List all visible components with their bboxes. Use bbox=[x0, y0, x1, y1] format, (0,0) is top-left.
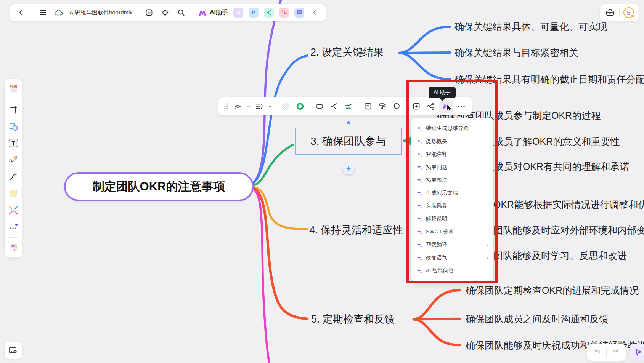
ai-assistant-entry[interactable]: AI助手 bbox=[198, 8, 228, 17]
sparkle-icon bbox=[417, 242, 422, 248]
ai-assistant-button[interactable] bbox=[439, 99, 453, 113]
undo-button[interactable] bbox=[591, 346, 604, 359]
tag-button[interactable] bbox=[160, 7, 170, 18]
flowchart-icon bbox=[281, 10, 287, 16]
root-topic-label: 制定团队OKR的注意事项 bbox=[93, 179, 225, 195]
outline-dropdown[interactable] bbox=[267, 99, 273, 113]
root-topic-node[interactable]: 制定团队OKR的注意事项 bbox=[64, 172, 254, 201]
menu-item-continue-mindmap[interactable]: 继续生成思维导图 bbox=[411, 122, 493, 135]
structure-icon bbox=[234, 102, 242, 110]
ai-assistant-menu: 继续生成思维导图 提炼概要 智能注释 拓展问题 拓展想法 生成演示文稿 头脑风暴… bbox=[411, 118, 493, 281]
frame-icon bbox=[8, 105, 18, 115]
account-avatar[interactable]: b bbox=[623, 7, 634, 18]
toolbox-button[interactable] bbox=[605, 7, 615, 18]
more-tools-button[interactable] bbox=[455, 99, 468, 113]
highlight-area-button[interactable] bbox=[390, 99, 403, 113]
menu-item-brainstorm[interactable]: 头脑风暴 bbox=[411, 200, 493, 213]
canvas[interactable]: 2. 设定关键结果 4. 保持灵活和适应性 5. 定期检查和反馈 确保关键结果具… bbox=[0, 0, 644, 363]
menu-item-smart-annotate[interactable]: 智能注释 bbox=[411, 148, 493, 161]
sparkle-icon bbox=[417, 126, 422, 131]
child-node[interactable]: 确保关键结果具有明确的截止日期和责任分配 bbox=[454, 73, 644, 86]
tag-icon bbox=[161, 9, 169, 16]
collapse-toolbar-button[interactable] bbox=[310, 7, 320, 18]
outline-button[interactable] bbox=[253, 99, 266, 113]
text-style-button[interactable] bbox=[361, 99, 374, 113]
pen-tool[interactable] bbox=[7, 154, 20, 166]
menu-item-swot-analysis[interactable]: SWOT 分析 bbox=[411, 225, 493, 238]
connector-tool[interactable] bbox=[7, 170, 20, 183]
chat-app-button[interactable] bbox=[294, 8, 304, 18]
child-node[interactable]: 确保团队能够及时学习、反思和改进 bbox=[474, 249, 627, 262]
insert-button[interactable] bbox=[410, 99, 423, 113]
frame-tool[interactable] bbox=[7, 103, 20, 116]
text-icon bbox=[364, 102, 372, 110]
flowchart-app-button[interactable] bbox=[279, 8, 289, 18]
ai-assistant-tooltip: AI 助手 bbox=[429, 87, 456, 98]
connector-icon bbox=[8, 172, 18, 182]
minimap-toggle-button[interactable] bbox=[5, 342, 22, 359]
materials-icon bbox=[8, 83, 19, 94]
format-painter-button[interactable] bbox=[376, 99, 389, 113]
structure-dropdown[interactable] bbox=[246, 99, 251, 113]
selected-branch-node-3[interactable]: 3. 确保团队参与 bbox=[295, 128, 402, 155]
sticky-note-tool[interactable] bbox=[7, 187, 20, 200]
border-color-button[interactable] bbox=[294, 99, 307, 113]
mindmap-tool[interactable] bbox=[7, 204, 20, 217]
top-toolbar: AI思维导图软件boardmix AI助手 P bbox=[10, 4, 326, 21]
export-button[interactable] bbox=[144, 7, 154, 18]
child-node[interactable]: 确保团队成员之间及时沟通和反馈 bbox=[466, 313, 609, 325]
pointer-tool-button[interactable] bbox=[630, 344, 644, 361]
materials-tool[interactable] bbox=[7, 82, 20, 95]
structure-button[interactable] bbox=[231, 99, 244, 113]
menu-item-ai-qa[interactable]: AI 智能问答 bbox=[411, 264, 493, 277]
branch-curve-5 bbox=[252, 188, 307, 319]
child-node[interactable]: 确保关键结果具体、可量化、可实现 bbox=[454, 21, 607, 33]
back-button[interactable] bbox=[16, 7, 26, 18]
node-top-handle[interactable] bbox=[347, 121, 350, 124]
menu-item-expand-ideas[interactable]: 拓展想法 bbox=[411, 174, 493, 187]
menu-item-explain[interactable]: 解释说明 bbox=[411, 213, 493, 225]
mindmap-app-button[interactable] bbox=[264, 8, 274, 18]
menu-item-summarize[interactable]: 提炼概要 bbox=[411, 135, 493, 148]
child-node[interactable]: 确保OKR能够根据实际情况进行调整和优化 bbox=[474, 198, 644, 211]
ppt-app-button[interactable]: P bbox=[249, 8, 259, 18]
drag-handle[interactable] bbox=[222, 99, 230, 113]
cloud-sync-status[interactable] bbox=[53, 7, 64, 18]
more-icon bbox=[458, 106, 465, 107]
sparkle-icon bbox=[417, 229, 422, 235]
left-toolbar bbox=[5, 79, 22, 257]
fill-color-button[interactable] bbox=[279, 99, 292, 113]
child-node[interactable]: 确保团队能够及时应对外部环境和内部变化 bbox=[474, 224, 644, 237]
sparkle-icon bbox=[417, 216, 422, 222]
branch-node-4[interactable]: 4. 保持灵活和适应性 bbox=[309, 223, 403, 237]
menu-item-expand-questions[interactable]: 拓展问题 bbox=[411, 161, 493, 174]
shapes-tool[interactable] bbox=[7, 120, 20, 133]
branch-node-2[interactable]: 2. 设定关键结果 bbox=[310, 45, 384, 59]
main-menu-button[interactable] bbox=[37, 7, 48, 18]
menu-item-generate-slides[interactable]: 生成演示文稿 bbox=[411, 187, 493, 200]
add-child-button[interactable]: + bbox=[343, 163, 354, 174]
mindmap-split-icon bbox=[266, 10, 272, 16]
ai-image-app-button[interactable] bbox=[233, 8, 243, 18]
branch-node-3-label: 3. 确保团队参与 bbox=[310, 134, 386, 149]
child-node[interactable]: 确保团队定期检查OKR的进展和完成情况 bbox=[466, 284, 639, 297]
text-tool[interactable] bbox=[7, 137, 20, 150]
ai-logo-icon bbox=[198, 8, 207, 17]
history-divider bbox=[606, 348, 607, 357]
node-shape-button[interactable] bbox=[313, 99, 326, 113]
document-title[interactable]: AI思维导图软件boardmix bbox=[69, 9, 133, 16]
branch-color-button[interactable] bbox=[342, 99, 355, 113]
search-button[interactable] bbox=[176, 7, 186, 18]
submenu-arrow-icon: › bbox=[486, 254, 488, 261]
menu-item-label: 帮我翻译 bbox=[426, 241, 483, 248]
branch-node-5[interactable]: 5. 定期检查和反馈 bbox=[311, 312, 395, 326]
more-tools[interactable] bbox=[7, 221, 20, 233]
redo-button[interactable] bbox=[609, 346, 622, 359]
relation-line-button[interactable] bbox=[424, 99, 437, 113]
branch-style-button[interactable] bbox=[328, 99, 340, 113]
child-node[interactable]: 确保关键结果与目标紧密相关 bbox=[454, 46, 578, 59]
top-right-panel: b bbox=[600, 4, 639, 21]
resource-box-tool[interactable] bbox=[7, 241, 20, 254]
menu-item-translate[interactable]: 帮我翻译› bbox=[411, 238, 493, 251]
menu-item-change-tone[interactable]: 改变语气› bbox=[411, 251, 493, 264]
